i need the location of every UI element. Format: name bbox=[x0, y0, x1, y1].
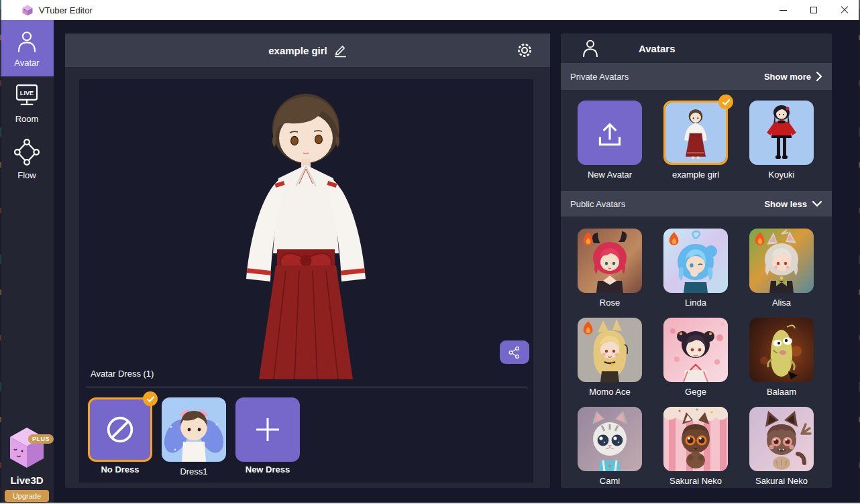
title-bar: VTuber Editor bbox=[0, 0, 860, 20]
window-title: VTuber Editor bbox=[39, 5, 93, 15]
hot-flame-icon bbox=[751, 231, 769, 248]
close-icon bbox=[841, 6, 849, 14]
plus-icon bbox=[252, 414, 283, 445]
public-avatars-label: Public Avatars bbox=[570, 199, 625, 209]
settings-gear-icon[interactable] bbox=[517, 42, 533, 58]
avatars-panel-title: Avatars bbox=[639, 43, 675, 54]
public-avatars-bar: Public Avatars Show less bbox=[561, 191, 832, 216]
avatars-panel: Avatars Private Avatars Show more bbox=[561, 34, 832, 488]
live3d-cube-icon bbox=[7, 426, 46, 470]
sakurai-neko-thumbnail bbox=[749, 407, 814, 471]
avatar-preview-stage: Avatar Dress (1) No Dress bbox=[79, 79, 533, 483]
show-less-label: Show less bbox=[764, 199, 807, 209]
selected-check-icon bbox=[143, 391, 158, 406]
gege-thumbnail bbox=[663, 318, 728, 382]
editor-header: example girl bbox=[65, 34, 550, 67]
live-badge-text: LIVE bbox=[20, 90, 34, 97]
dress-label: New Dress bbox=[217, 464, 318, 475]
avatar-tile-linda[interactable] bbox=[663, 229, 728, 293]
balaam-thumbnail bbox=[749, 318, 814, 382]
dress1-thumbnail bbox=[162, 397, 226, 462]
show-more-button[interactable]: Show more bbox=[764, 71, 822, 82]
avatar-tile-sakurai-neko-1[interactable] bbox=[663, 407, 728, 471]
avatar-tile-gege[interactable] bbox=[663, 318, 728, 382]
private-avatars-bar: Private Avatars Show more bbox=[561, 63, 832, 90]
selected-check-icon bbox=[718, 94, 733, 109]
minimize-button[interactable] bbox=[767, 0, 798, 20]
share-button[interactable] bbox=[500, 340, 529, 364]
cami-thumbnail bbox=[578, 407, 642, 471]
maximize-icon bbox=[810, 7, 817, 13]
edit-name-icon[interactable] bbox=[333, 43, 347, 58]
avatar-label: Koyuki bbox=[731, 170, 832, 180]
koyuki-thumbnail bbox=[749, 101, 814, 165]
avatar-tile-cami[interactable] bbox=[578, 407, 642, 471]
example-girl-thumbnail bbox=[665, 103, 726, 163]
private-avatars-label: Private Avatars bbox=[570, 72, 629, 82]
avatar-tile-example-girl[interactable] bbox=[663, 101, 728, 165]
minimize-icon bbox=[780, 10, 787, 11]
upload-icon bbox=[593, 116, 627, 149]
hot-flame-icon bbox=[580, 320, 597, 337]
avatar-label: Alisa bbox=[731, 298, 832, 308]
share-icon bbox=[507, 345, 522, 360]
editor-panel: example girl bbox=[65, 34, 550, 488]
sidebar: Avatar LIVE Room bbox=[0, 20, 54, 504]
person-icon bbox=[581, 38, 600, 59]
app-logo-cube-icon bbox=[21, 4, 34, 16]
avatar-tile-rose[interactable] bbox=[578, 229, 642, 293]
avatar-tile-alisa[interactable] bbox=[749, 229, 814, 293]
hot-flame-icon bbox=[580, 231, 597, 248]
no-dress-icon bbox=[103, 412, 138, 447]
avatar-name-title: example girl bbox=[268, 45, 327, 56]
maximize-button[interactable] bbox=[798, 0, 829, 20]
avatar-tile-sakurai-neko-2[interactable] bbox=[749, 407, 814, 471]
chevron-down-icon bbox=[812, 200, 822, 207]
hot-flame-icon bbox=[665, 231, 683, 248]
live3d-promo: PLUS Live3D Upgrade bbox=[0, 407, 54, 502]
live3d-label: Live3D bbox=[0, 475, 54, 486]
sidebar-item-label: Avatar bbox=[14, 58, 39, 68]
sidebar-item-label: Room bbox=[15, 114, 39, 124]
dress-section-header: Avatar Dress (1) bbox=[91, 369, 154, 379]
show-less-button[interactable]: Show less bbox=[764, 199, 822, 209]
flow-icon bbox=[13, 138, 40, 166]
avatars-panel-header: Avatars bbox=[561, 34, 832, 63]
dress-tile-new-dress[interactable] bbox=[235, 397, 300, 462]
show-more-label: Show more bbox=[764, 72, 811, 82]
app-shell: Avatar LIVE Room bbox=[0, 20, 860, 504]
dress-tile-dress1[interactable] bbox=[162, 397, 226, 462]
dress-tile-no-dress[interactable] bbox=[88, 397, 152, 462]
sidebar-item-label: Flow bbox=[17, 170, 36, 180]
avatar-tile-koyuki[interactable] bbox=[749, 101, 814, 165]
plus-badge: PLUS bbox=[28, 434, 54, 444]
close-button[interactable] bbox=[829, 0, 860, 20]
avatar-preview-image bbox=[185, 84, 427, 379]
avatar-tile-momo-ace[interactable] bbox=[578, 318, 642, 382]
chevron-right-icon bbox=[816, 71, 822, 82]
live-room-icon: LIVE bbox=[13, 82, 40, 110]
person-icon bbox=[15, 29, 38, 54]
sidebar-item-avatar[interactable]: Avatar bbox=[0, 20, 54, 76]
avatar-tile-balaam[interactable] bbox=[749, 318, 814, 382]
desktop-edge-left bbox=[0, 0, 1, 504]
sakurai-neko-thumbnail bbox=[663, 407, 728, 471]
avatar-label: Balaam bbox=[731, 387, 832, 397]
sidebar-item-room[interactable]: LIVE Room bbox=[0, 82, 54, 133]
divider bbox=[86, 387, 527, 387]
upgrade-button[interactable]: Upgrade bbox=[5, 490, 49, 502]
sidebar-item-flow[interactable]: Flow bbox=[0, 138, 54, 189]
avatar-tile-new-avatar[interactable] bbox=[578, 101, 642, 165]
avatar-label: Sakurai Neko bbox=[731, 476, 832, 486]
